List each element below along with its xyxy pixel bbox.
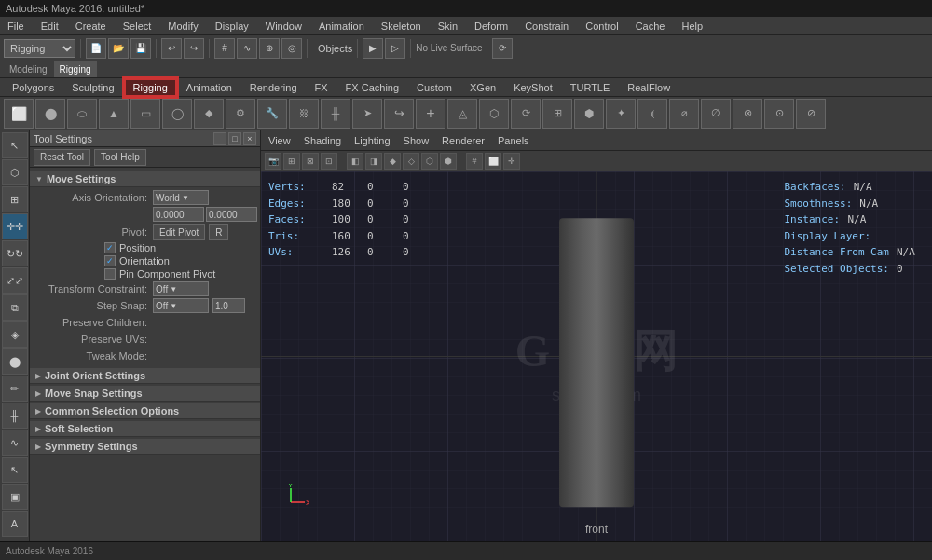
menu-skin[interactable]: Skin: [434, 20, 461, 33]
render-button[interactable]: ▶: [363, 38, 383, 59]
shelf-icon-extra5[interactable]: ⬢: [574, 99, 604, 129]
annotation-button[interactable]: A: [2, 511, 28, 537]
vp-icon-grid[interactable]: #: [466, 153, 483, 170]
step-snap-number[interactable]: [212, 298, 245, 313]
reset-tool-button[interactable]: Reset Tool: [34, 149, 90, 166]
shelf-tab-keyshot[interactable]: KeyShot: [505, 79, 561, 96]
menu-constrain[interactable]: Constrain: [521, 20, 572, 33]
shelf-tab-fx[interactable]: FX: [307, 79, 336, 96]
shelf-tab-rendering[interactable]: Rendering: [241, 79, 306, 96]
curve-tool-button[interactable]: ↖: [2, 457, 28, 483]
axis-orientation-dropdown[interactable]: World: [153, 190, 209, 205]
ik-handle-button[interactable]: ∿: [2, 430, 28, 456]
vp-icon-shade5[interactable]: ⬡: [421, 153, 438, 170]
vp-icon-shade3[interactable]: ◆: [384, 153, 401, 170]
shelf-icon-extra1[interactable]: ◬: [447, 99, 477, 129]
shelf-icon-cube[interactable]: [4, 99, 34, 129]
move-snap-section[interactable]: ▶ Move Snap Settings: [30, 386, 260, 402]
snap-point-button[interactable]: ⊕: [259, 38, 280, 59]
vp-menu-show[interactable]: Show: [400, 134, 433, 147]
shelf-icon-chain[interactable]: [289, 99, 319, 129]
shelf-tab-polygons[interactable]: Polygons: [4, 79, 62, 96]
shelf-tab-fx-caching[interactable]: FX Caching: [337, 79, 407, 96]
scale-tool-button[interactable]: ⤢: [2, 267, 28, 294]
menu-deform[interactable]: Deform: [471, 20, 512, 33]
undo-button[interactable]: ↩: [161, 38, 182, 59]
sculpt-button[interactable]: ⬤: [2, 348, 28, 375]
shelf-icon-arrow[interactable]: [352, 99, 382, 129]
menu-control[interactable]: Control: [582, 20, 622, 33]
shelf-tab-custom[interactable]: Custom: [408, 79, 460, 96]
vp-icon-select3[interactable]: ⊡: [321, 153, 337, 170]
shelf-icon-cone[interactable]: [99, 99, 129, 129]
shelf-tab-turtle[interactable]: TURTLE: [562, 79, 619, 96]
y-input[interactable]: [206, 207, 257, 222]
common-selection-section[interactable]: ▶ Common Selection Options: [30, 403, 260, 419]
ipr-button[interactable]: ▷: [385, 38, 405, 59]
position-checkbox[interactable]: ✓: [104, 242, 116, 253]
shelf-icon-plane[interactable]: [130, 99, 160, 129]
new-file-button[interactable]: 📄: [86, 38, 106, 59]
tool-settings-close[interactable]: ×: [243, 132, 256, 145]
vp-icon-camera[interactable]: 📷: [265, 153, 281, 170]
module-tab-modeling[interactable]: Modeling: [4, 61, 53, 77]
shelf-icon-extra4[interactable]: ⊞: [542, 99, 572, 129]
module-tab-rigging[interactable]: Rigging: [54, 61, 97, 77]
paint-select-button[interactable]: [2, 186, 28, 212]
soft-mod-button[interactable]: ◈: [2, 321, 28, 348]
lasso-tool-button[interactable]: [2, 159, 28, 185]
rotate-tool-button[interactable]: ↻: [2, 240, 28, 266]
transform-constraint-dropdown[interactable]: Off: [153, 281, 209, 296]
x-input[interactable]: [153, 207, 204, 222]
shelf-icon-sphere[interactable]: [35, 99, 65, 129]
shelf-icon-extra9[interactable]: ∅: [701, 99, 731, 129]
shelf-icon-extra11[interactable]: ⊙: [764, 99, 794, 129]
shelf-tab-animation[interactable]: Animation: [178, 79, 240, 96]
shelf-tab-rigging[interactable]: Rigging: [124, 78, 177, 97]
tool-help-button[interactable]: Tool Help: [94, 149, 146, 166]
shelf-icon-diamond[interactable]: [194, 99, 224, 129]
vp-icon-select2[interactable]: ⊠: [302, 153, 319, 170]
shelf-icon-extra2[interactable]: ⬡: [479, 99, 509, 129]
shelf-icon-extra7[interactable]: ⟬: [637, 99, 667, 129]
save-file-button[interactable]: 💾: [130, 38, 151, 59]
menu-animation[interactable]: Animation: [315, 20, 368, 33]
move-settings-section[interactable]: ▼ Move Settings: [30, 171, 260, 187]
shelf-icon-extra12[interactable]: ⊘: [796, 99, 826, 129]
construction-history-button[interactable]: ⟳: [492, 38, 513, 59]
tool-settings-float[interactable]: □: [228, 132, 241, 145]
shelf-icon-extra10[interactable]: ⊗: [733, 99, 762, 129]
last-tool-button[interactable]: ⧉: [2, 294, 28, 321]
viewport-canvas[interactable]: G X I 网 system.com Verts: 82 0 0 Edges: …: [261, 171, 932, 541]
menu-select[interactable]: Select: [119, 20, 156, 33]
shelf-tab-realflow[interactable]: RealFlow: [619, 79, 678, 96]
orientation-checkbox[interactable]: ✓: [104, 255, 116, 266]
shelf-icon-wrench[interactable]: [257, 99, 287, 129]
joint-tool-button[interactable]: ╫: [2, 403, 28, 429]
symmetry-section[interactable]: ▶ Symmetry Settings: [30, 439, 260, 455]
shelf-icon-extra3[interactable]: ⟳: [511, 99, 541, 129]
menu-window[interactable]: Window: [262, 20, 306, 33]
vp-icon-manip[interactable]: ✛: [503, 153, 520, 170]
mode-dropdown[interactable]: Rigging Modeling Animation FX Rendering: [4, 39, 75, 58]
menu-create[interactable]: Create: [72, 20, 110, 33]
shelf-icon-add[interactable]: [416, 99, 445, 129]
vp-icon-shade6[interactable]: ⬢: [440, 153, 457, 170]
select-tool-button[interactable]: [2, 132, 28, 158]
menu-edit[interactable]: Edit: [37, 20, 62, 33]
vp-icon-shade4[interactable]: ◇: [403, 153, 419, 170]
edit-pivot-button[interactable]: Edit Pivot: [153, 224, 205, 240]
tool-settings-minimize[interactable]: _: [213, 132, 226, 145]
shelf-icon-torus[interactable]: [162, 99, 192, 129]
shelf-icon-gear[interactable]: [226, 99, 255, 129]
vp-icon-shade1[interactable]: ◧: [347, 153, 363, 170]
menu-modify[interactable]: Modify: [164, 20, 201, 33]
vp-icon-shade2[interactable]: ◨: [365, 153, 382, 170]
menu-display[interactable]: Display: [212, 20, 253, 33]
shelf-icon-cylinder[interactable]: [67, 99, 97, 129]
shelf-tab-xgen[interactable]: XGen: [461, 79, 504, 96]
reset-pivot-button[interactable]: R: [209, 224, 228, 240]
snap-grid-button[interactable]: #: [214, 38, 235, 59]
shelf-tab-sculpting[interactable]: Sculpting: [63, 79, 122, 96]
vp-icon-select1[interactable]: ⊞: [283, 153, 300, 170]
